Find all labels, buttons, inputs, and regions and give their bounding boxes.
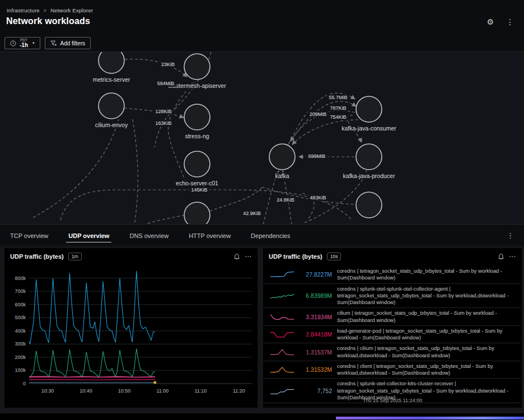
- series-description: coredns | client | tetragon_socket_stats…: [337, 363, 515, 377]
- graph-node-kafka[interactable]: [269, 144, 295, 170]
- add-filters-button[interactable]: Add filters: [45, 37, 91, 49]
- series-description: cilium | tetragon_socket_stats_udp_txbyt…: [337, 310, 515, 324]
- clock-icon: [10, 40, 16, 46]
- node-label: kafka-java-producer: [341, 172, 397, 180]
- breadcrumb-network-explorer[interactable]: Network Explorer: [50, 7, 93, 13]
- svg-text:500k: 500k: [15, 315, 26, 320]
- tab-dependencies[interactable]: Dependencies: [251, 226, 290, 245]
- page-title: Network workloads: [6, 16, 90, 26]
- sparkline: [270, 312, 294, 321]
- edge-byte-label: 754KiB: [328, 114, 348, 120]
- series-description: coredns | splunk-otel-splunk-otel-collec…: [337, 286, 515, 306]
- svg-text:0: 0: [23, 381, 26, 386]
- left-panel-ellipsis-menu-icon[interactable]: ⋯: [245, 253, 252, 260]
- svg-text:700k: 700k: [15, 288, 26, 294]
- graph-node-kafka-java-producer[interactable]: [356, 144, 382, 170]
- series-description: coredns | tetragon_socket_stats_udp_txby…: [337, 268, 515, 282]
- svg-text:10:50: 10:50: [118, 388, 131, 394]
- edge-byte-label: 55.7MiB: [326, 94, 349, 101]
- graph-node-cilium-envoy[interactable]: [99, 93, 124, 119]
- svg-text:11:00: 11:00: [156, 388, 169, 394]
- edge-byte-label: 24.8KiB: [274, 197, 297, 203]
- node-label: echo-server-c01: [174, 179, 221, 187]
- header-kebab-menu-icon[interactable]: ⋮: [506, 18, 514, 26]
- svg-text:400k: 400k: [15, 328, 26, 334]
- legend-row[interactable]: 1.31537Mcoredns | cilium | tetragon_sock…: [263, 343, 521, 361]
- sparkline: [270, 270, 294, 279]
- sparkline: [270, 386, 294, 395]
- tab-tcp-overview[interactable]: TCP overview: [10, 226, 48, 245]
- tab-udp-overview[interactable]: UDP overview: [68, 226, 109, 245]
- svg-text:11:20: 11:20: [233, 388, 245, 394]
- left-panel-resolution-badge: 1m: [68, 253, 82, 260]
- udp-traffic-chart-panel: UDP traffic (bytes) 1m ⋯ 800k700k600k500…: [4, 248, 258, 408]
- svg-text:800k: 800k: [15, 276, 26, 281]
- network-workloads-page: Infrastructure > Network Explorer Networ…: [0, 0, 524, 420]
- legend-row[interactable]: 27.8227Mcoredns | tetragon_socket_stats_…: [263, 266, 521, 284]
- svg-text:10:30: 10:30: [41, 388, 54, 394]
- edge-byte-label: 128KiB: [153, 108, 174, 115]
- node-label: kafka: [273, 172, 291, 180]
- time-range-picker[interactable]: PDT -1h ▾: [4, 37, 40, 49]
- legend-row[interactable]: 2.84418Mload-generator-pod | tetragon_so…: [263, 326, 521, 344]
- time-range-value: -1h: [20, 42, 28, 48]
- breadcrumb-separator: >: [44, 7, 47, 13]
- legend-row[interactable]: 1.31532Mcoredns | client | tetragon_sock…: [263, 361, 521, 379]
- sparkline: [270, 365, 294, 374]
- chevron-down-icon: ▾: [32, 41, 35, 45]
- node-label: metrics-server: [91, 76, 133, 83]
- node-label: kafka-java-consumer: [339, 124, 398, 132]
- svg-text:200k: 200k: [15, 354, 26, 360]
- tab-list: TCP overviewUDP overviewDNS overviewHTTP…: [10, 226, 310, 245]
- legend-row[interactable]: 3.31934Mcilium | tetragon_socket_stats_u…: [263, 308, 521, 326]
- series-description: load-generator-pod | tetragon_socket_sta…: [337, 328, 515, 342]
- breadcrumb: Infrastructure > Network Explorer: [7, 7, 93, 13]
- series-value: 2.84418M: [300, 331, 332, 338]
- graph-node[interactable]: [184, 202, 210, 224]
- sparkline: [270, 348, 294, 357]
- breadcrumb-infrastructure[interactable]: Infrastructure: [7, 7, 40, 13]
- overview-tab-bar: TCP overviewUDP overviewDNS overviewHTTP…: [0, 224, 524, 246]
- left-panel-bell-icon[interactable]: [233, 253, 240, 260]
- edge-byte-label: 209MiB: [307, 111, 329, 118]
- graph-node-kafka-java-consumer[interactable]: [356, 96, 382, 122]
- graph-node-stress-ng[interactable]: [184, 104, 210, 130]
- tab-bar-kebab-menu-icon[interactable]: ⋮: [507, 231, 514, 240]
- graph-node-metrics-server[interactable]: [99, 52, 124, 73]
- edge-byte-label: 42.9KiB: [241, 210, 263, 217]
- tab-dns-overview[interactable]: DNS overview: [129, 226, 169, 245]
- right-panel-bell-icon[interactable]: [498, 253, 504, 260]
- edge-byte-label: 699MiB: [306, 153, 328, 160]
- udp-traffic-line-chart[interactable]: 800k700k600k500k400k300k200k100k010:3010…: [4, 265, 258, 404]
- udp-traffic-list-panel: UDP traffic (bytes) 10s ⋯ 27.8227Mcoredn…: [263, 248, 522, 408]
- filter-plus-icon: [50, 40, 57, 46]
- svg-text:11:10: 11:10: [195, 388, 207, 394]
- tab-http-overview[interactable]: HTTP overview: [189, 226, 231, 245]
- right-panel-ellipsis-menu-icon[interactable]: ⋯: [509, 253, 516, 260]
- graph-node-clustermesh-apiserver[interactable]: [184, 54, 210, 80]
- settings-gear-icon[interactable]: ⚙: [486, 18, 494, 26]
- series-value: 6.83989M: [300, 292, 332, 299]
- node-label: stress-ng: [183, 132, 211, 140]
- workload-topology-graph[interactable]: metrics-serverclustermesh-apiserverciliu…: [0, 52, 524, 224]
- edge-byte-label: 163KiB: [153, 120, 174, 127]
- time-zone-label: PDT: [20, 38, 28, 42]
- graph-node-echo-server-c01[interactable]: [184, 151, 210, 177]
- edge-byte-label: 145KiB: [189, 186, 209, 193]
- edge-byte-label: 787KiB: [328, 105, 348, 111]
- edge-byte-label: 594MiB: [155, 80, 177, 87]
- graph-node[interactable]: [356, 192, 382, 218]
- svg-text:300k: 300k: [15, 341, 26, 347]
- add-filters-label: Add filters: [60, 40, 85, 46]
- node-label: cilium-envoy: [93, 121, 130, 129]
- page-header: Infrastructure > Network Explorer Networ…: [0, 0, 524, 35]
- sparkline: [270, 291, 294, 300]
- sparkline: [270, 330, 294, 339]
- bottom-strip: [0, 413, 524, 420]
- right-panel-title: UDP traffic (bytes): [269, 253, 322, 260]
- series-value: 1.31537M: [300, 349, 332, 356]
- edge-byte-label: 483KiB: [307, 194, 328, 201]
- legend-row[interactable]: 6.83989Mcoredns | splunk-otel-splunk-ote…: [263, 284, 521, 309]
- series-value: 1.31532M: [300, 366, 332, 373]
- left-panel-title: UDP traffic (bytes): [10, 253, 64, 260]
